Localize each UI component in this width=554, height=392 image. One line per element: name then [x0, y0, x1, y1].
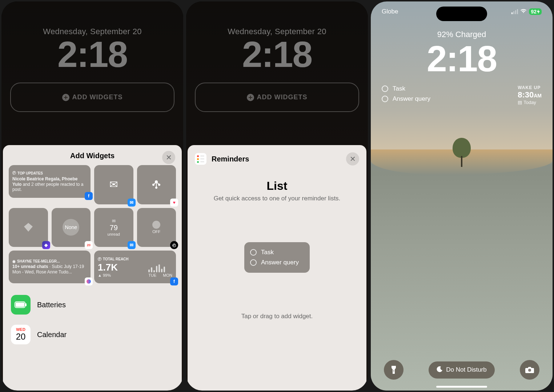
camera-button[interactable] — [520, 360, 539, 380]
widget-calendar-none[interactable]: None 20 — [52, 208, 91, 247]
lockscreen-dim: Wednesday, September 20 2:18 ADD WIDGETS — [1, 27, 183, 112]
app-label: Calendar — [37, 331, 67, 339]
widget-fb-updates[interactable]: ⓕTOP UPDATES Nicole Beatrice Regala, Pho… — [9, 165, 91, 198]
widget-fb-reach[interactable]: ⓕTOTAL REACH 1.7K ▲ 99% TUEMON f — [94, 251, 176, 283]
none-label: None — [65, 224, 77, 230]
flashlight-icon — [390, 365, 397, 375]
wallpaper-rock — [371, 149, 553, 391]
preview-item: Task — [250, 247, 304, 257]
tile-header: TOTAL REACH — [103, 257, 129, 261]
flashlight-button[interactable] — [384, 360, 404, 380]
dynamic-island — [436, 7, 487, 21]
wallpaper-tree — [453, 138, 471, 167]
focus-button[interactable]: Do Not Disturb — [429, 361, 494, 379]
close-button[interactable]: ✕ — [346, 152, 359, 165]
app-label: Batteries — [37, 301, 66, 309]
reminders-widget[interactable]: Task Answer query — [382, 85, 430, 105]
preview-text: Answer query — [261, 259, 299, 266]
widget-unread-mail[interactable]: ✉︎ 79 unread ✉︎ — [94, 208, 133, 247]
reminder-text: Task — [393, 85, 405, 92]
alarm-ampm: AM — [534, 93, 542, 99]
unread-label: unread — [108, 232, 120, 236]
focus-label: Do Not Disturb — [446, 366, 486, 373]
sheet-title: Add Widgets — [70, 152, 115, 160]
widget-health[interactable]: ♥ — [137, 165, 176, 204]
widget-subheading: Get quick access to one of your reminder… — [195, 195, 359, 202]
envelope-icon: ✉︎ — [109, 179, 118, 191]
sheet-title: Reminders — [212, 155, 249, 163]
radio-icon — [250, 249, 257, 256]
mail-badge-icon: ✉︎ — [128, 199, 136, 207]
clock-badge-icon: ◴ — [170, 241, 178, 249]
battery-indicator: 92 — [529, 8, 542, 15]
sheet-header: Add Widgets ✕ — [9, 152, 176, 160]
reminders-widget-preview[interactable]: Task Answer query — [244, 242, 310, 273]
widget-app-list: Batteries WED 20 Calendar — [9, 290, 176, 349]
svg-point-7 — [87, 279, 91, 284]
widget-mail[interactable]: ✉︎ ✉︎ — [94, 165, 133, 204]
reach-value: 1.7K — [98, 262, 118, 273]
svg-rect-9 — [25, 303, 27, 306]
reminders-widget-sheet: Reminders ✕ List Get quick access to one… — [188, 145, 366, 391]
reach-bars — [148, 263, 172, 272]
facebook-badge-icon: f — [170, 277, 178, 285]
alarm-time: 8:30 — [518, 90, 534, 99]
cellular-icon — [511, 9, 518, 14]
unread-count: 79 — [110, 224, 118, 232]
app-row-calendar[interactable]: WED 20 Calendar — [9, 320, 176, 349]
home-indicator[interactable] — [436, 386, 487, 388]
add-widgets-sheet: Add Widgets ✕ ⓕTOP UPDATES Nicole Beatri… — [3, 145, 182, 391]
mail-badge-icon: ✉︎ — [128, 241, 136, 249]
carrier-label: Globe — [382, 8, 398, 15]
wifi-icon — [520, 8, 527, 15]
plus-icon — [247, 94, 254, 101]
widget-heading: List — [195, 179, 359, 193]
cal-day: 20 — [16, 332, 26, 342]
battery-pct: 92 — [531, 9, 537, 15]
tile-header: TOP UPDATES — [17, 171, 43, 175]
messenger-small-icon: ◉ — [12, 259, 16, 263]
reach-d2: MON — [163, 273, 172, 277]
widget-clock-alarm[interactable]: OFF ◴ — [137, 208, 176, 247]
svg-line-4 — [153, 182, 156, 185]
add-widgets-label: ADD WIDGETS — [257, 93, 308, 101]
alarm-label: WAKE UP — [518, 85, 542, 90]
facebook-badge-icon: f — [85, 192, 93, 200]
health-badge-icon: ♥ — [170, 199, 178, 207]
lockscreen-widgets: Task Answer query WAKE UP 8:30AM ▤Today — [382, 85, 542, 105]
widget-shortcuts[interactable]: ◆ — [9, 208, 48, 247]
add-widgets-slot[interactable]: ADD WIDGETS — [195, 83, 359, 112]
reach-pct: 99% — [103, 273, 111, 277]
envelope-small-icon: ✉︎ — [112, 219, 116, 224]
radio-icon — [382, 85, 388, 92]
shortcuts-icon — [21, 220, 36, 235]
alarm-sub: Today — [523, 100, 536, 105]
widget-messenger[interactable]: ◉SHAYNE TEE-MELEGR... 10+ unread chats ·… — [9, 251, 91, 283]
app-row-batteries[interactable]: Batteries — [9, 290, 176, 320]
tile-header: SHAYNE TEE-MELEGR... — [17, 259, 60, 263]
reminders-app-icon — [195, 153, 206, 165]
tile-rest: and 2 other people reacted to a post. — [12, 182, 83, 192]
fb-icon: ⓕ — [12, 171, 16, 176]
phone-lockscreen: Globe 92 92% Charged 2:18 Task Answer qu… — [371, 1, 553, 391]
lockscreen-dim: Wednesday, September 20 2:18 ADD WIDGETS — [186, 27, 368, 112]
phone-reminders: Wednesday, September 20 2:18 ADD WIDGETS… — [186, 1, 368, 391]
svg-line-5 — [156, 182, 159, 185]
time-text: 2:18 — [186, 33, 368, 75]
time-text: 2:18 — [371, 38, 553, 80]
preview-text: Task — [261, 249, 274, 256]
radio-icon — [250, 259, 257, 266]
radio-icon — [382, 96, 388, 102]
cal-weekday: WED — [16, 327, 25, 332]
sheet-header: Reminders ✕ — [195, 153, 359, 165]
svg-point-11 — [393, 371, 394, 372]
add-widgets-slot[interactable]: ADD WIDGETS — [10, 83, 174, 112]
clock-off-label: OFF — [152, 229, 160, 234]
widget-suggestions-grid: ⓕTOP UPDATES Nicole Beatrice Regala, Pho… — [9, 165, 176, 283]
close-icon: ✕ — [350, 155, 356, 163]
calendar-app-icon: WED 20 — [11, 325, 31, 344]
tap-hint: Tap or drag to add widget. — [195, 313, 359, 320]
plus-icon — [62, 94, 69, 101]
alarm-widget[interactable]: WAKE UP 8:30AM ▤Today — [518, 85, 542, 105]
close-button[interactable]: ✕ — [162, 151, 175, 164]
